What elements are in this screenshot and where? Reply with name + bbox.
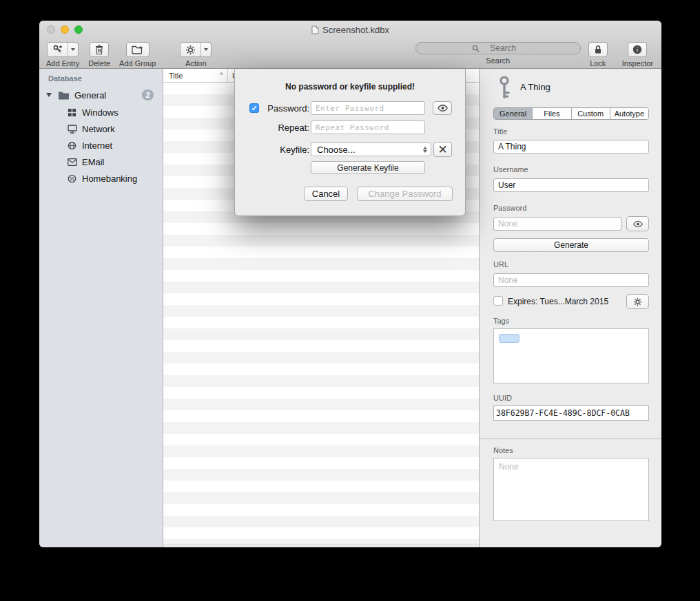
close-button[interactable] [47,25,55,34]
add-entry-label: Add Entry [46,59,79,67]
windows-icon [68,108,76,117]
internet-icon [68,141,76,150]
generate-password-button[interactable]: Generate [493,238,649,252]
delete-button[interactable] [90,42,109,57]
keyfile-dropdown[interactable]: Choose... [311,143,431,156]
sidebar-item-homebanking[interactable]: Homebanking [39,170,163,187]
tags-label: Tags [493,317,509,325]
password-field-label: Password [493,204,526,212]
password-enable-checkbox[interactable]: ✓ [249,103,259,113]
password-label: Password: [261,103,309,114]
expires-settings-button[interactable] [626,294,649,309]
keyfile-value: Choose... [311,145,421,155]
sidebar-item-label: Homebanking [82,173,137,184]
window-chrome: Screenshot.kdbx [39,21,661,69]
toolbar: Add Entry Delete [39,39,661,69]
add-entry-button[interactable] [47,42,79,57]
notes-label: Notes [493,446,513,454]
inspector-button[interactable]: i [628,42,647,57]
uuid-label: UUID [493,394,512,402]
change-password-button[interactable]: Change Password [357,187,453,201]
trash-icon [95,45,103,54]
url-field-label: URL [493,260,508,268]
action-label: Action [185,59,207,67]
repeat-password-input[interactable] [311,120,425,134]
action-button[interactable] [180,42,212,57]
username-field-label: Username [493,165,528,173]
cancel-button[interactable]: Cancel [304,187,348,201]
table-bottom-strip [163,545,479,547]
inspector-tabs: General Files Custom Autotype [493,107,649,120]
column-divider[interactable] [227,69,228,82]
add-group-label: Add Group [119,59,156,67]
disclosure-triangle-icon[interactable] [46,93,52,97]
sidebar-item-label: EMail [82,157,105,167]
sidebar-group-label: General [74,90,106,101]
sidebar-item-internet[interactable]: Internet [39,137,163,154]
change-password-sheet: No password or keyfile supplied! ✓ Passw… [234,69,466,216]
gear-icon [633,297,642,306]
traffic-lights [47,25,83,34]
folder-icon [58,91,70,100]
tab-autotype[interactable]: Autotype [610,108,648,119]
tab-files[interactable]: Files [533,108,571,119]
zoom-button[interactable] [74,25,83,34]
inspector-label: Inspector [622,59,653,67]
close-x-icon: ✕ [438,144,447,156]
lock-button[interactable] [588,42,608,57]
entry-title: A Thing [520,82,550,92]
app-window: Screenshot.kdbx [39,21,661,547]
password-field[interactable] [493,217,621,231]
sidebar-item-label: Windows [82,107,119,118]
sidebar-item-windows[interactable]: Windows [39,104,163,120]
sidebar-section-header: Database [48,74,82,83]
search-field[interactable] [415,42,581,54]
email-icon [68,158,77,166]
eye-icon [437,104,449,112]
lock-icon [594,45,602,54]
sidebar-item-label: Network [82,124,115,134]
url-field[interactable] [493,273,649,287]
document-icon [311,25,319,34]
minimize-button[interactable] [61,25,69,34]
search-input[interactable] [482,43,524,53]
reveal-password-button[interactable] [626,216,649,231]
sidebar: Database General 2 Wind [39,69,163,547]
stepper-icon [421,147,431,153]
expires-label: Expires: Tues...March 2015 [508,297,608,306]
info-icon: i [632,45,642,54]
clear-keyfile-button[interactable]: ✕ [433,142,452,157]
tag-pill[interactable] [499,334,519,343]
reveal-password-button[interactable] [433,101,452,115]
search-label: Search [486,56,510,65]
title-field[interactable] [493,140,649,154]
generate-keyfile-button[interactable]: Generate Keyfile [311,161,425,174]
homebanking-icon [68,174,76,183]
chevron-down-icon [204,48,208,51]
uuid-field[interactable] [493,405,649,421]
sidebar-item-network[interactable]: Network [39,120,163,137]
expires-checkbox[interactable] [493,296,503,306]
checkmark-icon: ✓ [251,105,257,112]
sort-ascending-icon: ^ [220,72,223,78]
window-title: Screenshot.kdbx [322,25,389,35]
sidebar-group-general[interactable]: General 2 [39,87,163,103]
titlebar[interactable]: Screenshot.kdbx [39,21,661,39]
sidebar-item-email[interactable]: EMail [39,154,163,170]
repeat-label: Repeat: [261,123,309,133]
tab-general[interactable]: General [494,108,533,119]
tab-custom[interactable]: Custom [572,108,610,119]
gear-icon [185,45,196,55]
sidebar-item-label: Internet [82,140,112,151]
network-icon [68,125,77,134]
delete-label: Delete [88,59,110,67]
column-header-title[interactable]: Title [169,72,183,80]
notes-field[interactable] [493,458,649,521]
username-field[interactable] [493,178,649,192]
password-input[interactable] [311,101,425,115]
sheet-message: No password or keyfile supplied! [235,82,465,92]
eye-icon [632,220,644,228]
lock-label: Lock [590,59,606,67]
tags-box[interactable] [493,328,649,383]
add-group-button[interactable] [126,42,150,57]
